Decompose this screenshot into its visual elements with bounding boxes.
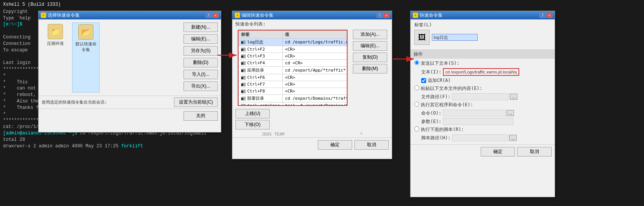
dlg1-titlebar: ⚡ 选择快速命令集 ? ✕	[39, 11, 221, 19]
dlg2-right-btns: 添加(A)... 编辑(E)... 复制(D) 删除(M)	[351, 28, 390, 107]
cmd-tag-cell: ▦Ctrl+F2	[239, 46, 283, 53]
file-path-browse-btn: ...	[510, 94, 517, 100]
cmd-table-wrapper[interactable]: 标签 值 ▦log日志cd /export/Logs/traffic.xwms.…	[238, 30, 348, 106]
icon-item-yacelhuanjing[interactable]: 📁 压测环境	[42, 22, 69, 93]
dlg1-icon-area: 📁 压测环境 📂 默认快速命令集	[42, 22, 180, 93]
copy-cmd-btn[interactable]: 复制(D)	[353, 53, 387, 62]
cmd-value-cell: <CR>	[283, 53, 348, 60]
table-row[interactable]: ▦Ctrl+F2<CR>	[239, 46, 348, 53]
dlg1-controls: ? ✕	[206, 13, 219, 18]
table-row[interactable]: ▦log日志cd /export/Logs/traffic.xwms.jd.lo…	[239, 38, 348, 46]
dlg2-help-btn[interactable]: ?	[377, 13, 383, 18]
script-path-input-group: ...	[452, 134, 517, 141]
dlg3-ok-btn[interactable]: 确定	[481, 147, 515, 156]
text-value-input[interactable]	[443, 68, 519, 76]
col-value: 值	[283, 31, 348, 38]
cmd-input-group: ...	[443, 110, 514, 117]
icon-label-default: 默认快速命令集	[74, 41, 98, 53]
cmd-value-cell: <CR>	[283, 81, 348, 88]
cmd-value-cell: <CR>	[283, 88, 348, 95]
dlg1-help-btn[interactable]: ?	[206, 13, 212, 18]
dlg2-close-btn[interactable]: ✕	[383, 13, 390, 18]
cmd-table: 标签 值 ▦log日志cd /export/Logs/traffic.xwms.…	[238, 30, 348, 106]
radio-exec[interactable]	[414, 102, 419, 107]
table-row[interactable]: ▦Ctrl+F8<CR>	[239, 88, 348, 95]
dlg1-close-btn[interactable]: ✕	[213, 13, 219, 18]
jdos-label: JDOS TEAM *	[232, 131, 392, 137]
import-btn[interactable]: 导入(I)...	[184, 70, 218, 79]
dlg3-close-btn[interactable]: ✕	[546, 13, 552, 18]
move-up-btn[interactable]: 上移(U)	[235, 109, 270, 118]
table-row[interactable]: ▦Ctrl+F7<CR>	[239, 81, 348, 88]
move-down-btn[interactable]: 下移(O)	[235, 120, 270, 129]
cmd-label: 命令(O):	[421, 110, 441, 117]
table-row[interactable]: ▦部署目录cd /export/Domains/*traffic*/server…	[239, 95, 348, 102]
file-path-row: 文件路径(F): ...	[421, 93, 551, 100]
cmd-value-cell: cd /export/App/*traffic* && ll <CR>	[283, 67, 348, 74]
radio-script[interactable]	[414, 126, 419, 131]
cmd-value-cell: <CR>	[283, 46, 348, 53]
table-row[interactable]: ▦应用目录cd /export/App/*traffic* && ll <CR>	[239, 67, 348, 74]
add-cmd-btn[interactable]: 添加(A)...	[353, 30, 387, 39]
quickcmd-edit-dialog: ⚡ 快速命令集 ? ✕ 标签(L) 🖼 操作 发送以下文本(S): 文本(I):…	[410, 11, 555, 197]
file-path-input	[452, 93, 509, 100]
table-row[interactable]: ▦Ctrl+F3<CR>	[239, 53, 348, 60]
dlg2-ok-btn[interactable]: 确定	[318, 140, 352, 150]
dlg2-list-label: 快速命令列表:	[232, 19, 392, 28]
table-row[interactable]: ▦tail-catalinatail -f /export/Domains/tr…	[239, 102, 348, 106]
dlg3-tag-row: 🖼	[414, 30, 551, 45]
edit-cmd-btn[interactable]: 编辑(E)...	[353, 41, 387, 51]
radio-paste[interactable]	[414, 85, 419, 90]
file-path-label: 文件路径(F):	[421, 94, 451, 100]
dlg2-cancel-btn[interactable]: 取消	[354, 140, 389, 150]
dlg3-cancel-btn[interactable]: 取消	[517, 147, 552, 156]
radio-exec-row: 执行其它程序和命令(E):	[414, 102, 551, 108]
set-current-btn[interactable]: 设置为当前组(C)	[174, 97, 218, 107]
dlg1-buttons: 新建(N)... 编辑(E)... 另存为(S) 删除(D) 导入(I)... …	[184, 22, 218, 93]
args-input	[443, 118, 514, 125]
save-as-btn[interactable]: 另存为(S)	[184, 46, 218, 56]
dlg1-close-footer: 关闭	[39, 109, 221, 123]
dlg1-title: 选择快速命令集	[48, 12, 80, 19]
table-row[interactable]: ▦Ctrl+F6<CR>	[239, 74, 348, 81]
export-btn[interactable]: 导出(X)...	[184, 81, 218, 91]
new-btn[interactable]: 新建(N)...	[184, 22, 218, 32]
radio-script-label: 执行下面的脚本(R):	[421, 126, 464, 133]
dlg2-move-btns: 上移(U) 下移(O)	[232, 107, 392, 131]
radio-send-row: 发送以下文本(S):	[414, 60, 551, 67]
col-tag: 标签	[239, 31, 283, 38]
close-btn[interactable]: 关闭	[184, 111, 218, 121]
file-path-input-group: ...	[452, 93, 517, 100]
dlg3-title: 快速命令集	[420, 12, 443, 19]
cmd-browse-btn: ...	[507, 110, 514, 116]
arrow-1	[217, 50, 240, 61]
args-label: 参数(E):	[421, 118, 441, 125]
edit-btn[interactable]: 编辑(E)...	[184, 34, 218, 44]
dlg3-help-btn[interactable]: ?	[539, 13, 546, 18]
text-label: 文本(I):	[421, 69, 441, 75]
cmd-tag-cell: ▦应用目录	[239, 67, 283, 74]
cmd-tag-cell: ▦log日志	[239, 38, 283, 46]
add-cr-label: 追加CR(A)	[428, 77, 451, 84]
dlg2-titlebar: ⚡ 编辑快速命令集 ? ✕	[232, 11, 392, 19]
tag-input[interactable]	[432, 34, 478, 41]
icon-label-yacelhuanjing: 压测环境	[47, 41, 64, 46]
dlg3-titlebar: ⚡ 快速命令集 ? ✕	[411, 11, 555, 19]
cmd-value-cell: cd <CR>	[283, 60, 348, 67]
cmd-input	[443, 110, 506, 117]
text-sub-row: 文本(I):	[421, 68, 551, 76]
add-cr-checkbox[interactable]	[421, 78, 426, 83]
delete-cmd-btn[interactable]: 删除(M)	[353, 64, 387, 73]
icon-item-default[interactable]: 📂 默认快速命令集	[72, 22, 100, 93]
script-path-input	[452, 134, 509, 141]
script-path-label: 脚本路径(H):	[421, 135, 451, 141]
dlg2-icon: ⚡	[235, 13, 240, 18]
cmd-tag-cell: ▦部署目录	[239, 95, 283, 102]
table-row[interactable]: ▦Ctrl+F4cd <CR>	[239, 60, 348, 67]
dlg3-icon-box[interactable]: 🖼	[414, 30, 430, 45]
delete-btn[interactable]: 删除(D)	[184, 58, 218, 67]
dlg2-main: 标签 值 ▦log日志cd /export/Logs/traffic.xwms.…	[232, 28, 392, 107]
cmd-tag-cell: ▦Ctrl+F6	[239, 74, 283, 81]
cmd-value-cell: tail -f /export/Domains/traffic.agv.jd.c…	[283, 102, 348, 106]
dlg3-footer: 确定 取消	[411, 144, 555, 159]
